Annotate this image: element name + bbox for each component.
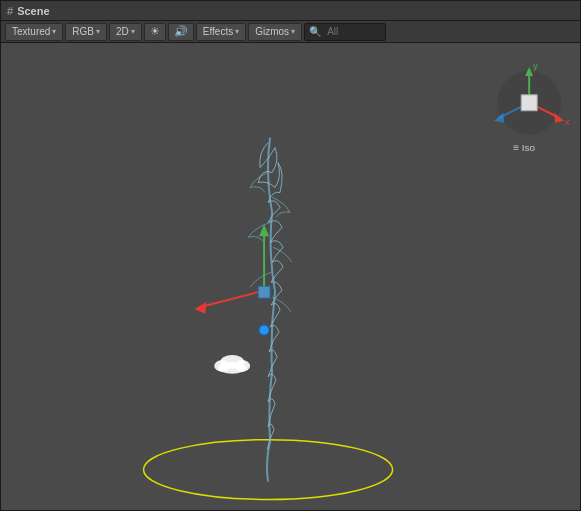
- svg-line-40: [499, 103, 529, 118]
- grid-overlay: y x ≡ Iso: [1, 43, 580, 508]
- svg-line-26: [200, 292, 258, 307]
- svg-point-33: [497, 71, 561, 135]
- view-2d-arrow: ▾: [131, 27, 135, 36]
- svg-point-28: [259, 325, 269, 335]
- svg-point-30: [214, 360, 230, 372]
- view-2d-label: 2D: [116, 26, 129, 37]
- svg-text:≡ Iso: ≡ Iso: [513, 142, 535, 153]
- svg-text:x: x: [565, 117, 570, 127]
- svg-rect-42: [521, 95, 537, 111]
- sun-icon: ☀: [150, 25, 160, 38]
- gizmos-dropdown[interactable]: Gizmos ▾: [248, 23, 302, 41]
- toolbar: Textured ▾ RGB ▾ 2D ▾ ☀ 🔊 Effects ▾ Gizm…: [1, 21, 580, 43]
- scene-icon: #: [7, 5, 13, 17]
- shading-label: Textured: [12, 26, 50, 37]
- svg-point-31: [234, 360, 250, 372]
- svg-marker-41: [494, 113, 504, 123]
- shading-arrow: ▾: [52, 27, 56, 36]
- effects-dropdown[interactable]: Effects ▾: [196, 23, 246, 41]
- audio-icon: 🔊: [174, 25, 188, 38]
- gizmos-arrow: ▾: [291, 27, 295, 36]
- shading-dropdown[interactable]: Textured ▾: [5, 23, 63, 41]
- search-field-wrapper[interactable]: 🔍: [304, 23, 386, 41]
- window: # Scene Textured ▾ RGB ▾ 2D ▾ ☀ 🔊 Effect…: [0, 0, 581, 511]
- svg-point-32: [218, 362, 246, 374]
- effects-arrow: ▾: [235, 27, 239, 36]
- sun-button[interactable]: ☀: [144, 23, 166, 41]
- effects-label: Effects: [203, 26, 233, 37]
- svg-text:y: y: [533, 61, 538, 71]
- scene-view[interactable]: y x ≡ Iso: [1, 43, 580, 510]
- color-mode-dropdown[interactable]: RGB ▾: [65, 23, 107, 41]
- svg-rect-0: [1, 43, 580, 508]
- view-2d-dropdown[interactable]: 2D ▾: [109, 23, 142, 41]
- window-title: Scene: [17, 5, 49, 17]
- title-bar: # Scene: [1, 1, 580, 21]
- svg-line-37: [529, 103, 559, 118]
- svg-marker-27: [194, 302, 206, 314]
- color-mode-arrow: ▾: [96, 27, 100, 36]
- svg-rect-23: [258, 286, 270, 298]
- svg-marker-38: [554, 113, 564, 123]
- audio-button[interactable]: 🔊: [168, 23, 194, 41]
- search-input[interactable]: [321, 23, 381, 41]
- svg-point-22: [144, 440, 393, 500]
- svg-marker-35: [525, 67, 533, 76]
- svg-marker-25: [259, 224, 269, 236]
- svg-point-29: [220, 355, 244, 369]
- color-mode-label: RGB: [72, 26, 94, 37]
- gizmos-label: Gizmos: [255, 26, 289, 37]
- search-icon: 🔍: [309, 26, 321, 37]
